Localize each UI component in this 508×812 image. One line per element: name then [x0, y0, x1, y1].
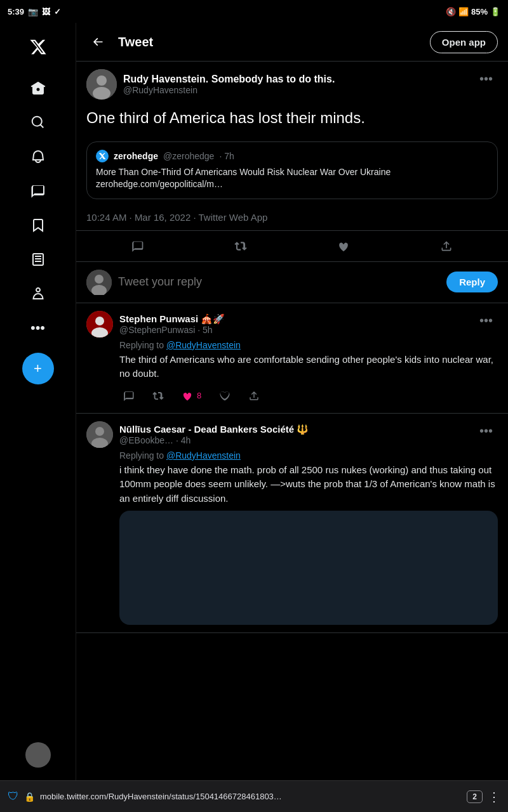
page-title: Tweet [118, 35, 153, 49]
reply-action-bar: 8 [86, 386, 498, 405]
compose-button[interactable]: + [22, 353, 54, 384]
reply-author-handle: @StephenPunwasi · 5h [119, 325, 225, 335]
reply2-more-button[interactable]: ••• [474, 421, 498, 441]
quote-time: · 7h [219, 151, 234, 161]
reply-author-name[interactable]: Stephen Punwasi 🎪🚀 [119, 313, 225, 325]
sidebar-item-messages[interactable] [22, 175, 54, 207]
sidebar-item-notifications[interactable] [22, 141, 54, 173]
reply-item: Stephen Punwasi 🎪🚀 @StephenPunwasi · 5h … [76, 303, 508, 414]
wifi-icon: 📶 [458, 7, 469, 16]
twitter-logo[interactable] [20, 29, 57, 67]
svg-point-7 [95, 317, 104, 325]
battery-level: 85% [471, 7, 488, 16]
camera-icon: 📷 [28, 7, 38, 16]
status-bar: 5:39 📷 🖼 ✓ 🔇 📶 85% 🔋 [0, 0, 508, 23]
sidebar-item-search[interactable] [22, 107, 54, 138]
reply-author-avatar[interactable] [86, 311, 113, 337]
share-button[interactable] [431, 233, 462, 259]
sidebar: ••• + [0, 23, 76, 780]
quote-avatar [96, 150, 109, 162]
sidebar-item-lists[interactable] [22, 244, 54, 275]
image-icon: 🖼 [42, 7, 50, 16]
like-button[interactable] [328, 233, 359, 259]
reply-like-button[interactable]: 8 [173, 386, 210, 405]
reply2-author-handle: @EBookbe… · 4h [119, 435, 309, 445]
reply-more-button[interactable]: ••• [474, 311, 498, 331]
mute-icon: 🔇 [446, 7, 456, 16]
quote-author-handle: @zerohedge [163, 151, 214, 161]
tweet-author-name[interactable]: Rudy Havenstein. Somebody has to do this… [123, 74, 335, 85]
retweet-button[interactable] [225, 233, 256, 259]
sidebar-item-bookmarks[interactable] [22, 209, 54, 241]
browser-url-text[interactable]: mobile.twitter.com/RudyHavenstein/status… [40, 792, 462, 801]
browser-tabs-button[interactable]: 2 [467, 790, 483, 803]
reply-submit-button[interactable]: Reply [446, 272, 498, 292]
tweet-author-avatar[interactable] [86, 69, 117, 100]
main-content: Tweet Open app Rudy Havenstein. Somebody… [76, 23, 508, 780]
like-count: 8 [197, 391, 201, 400]
reply-body: The third of Americans who are comfortab… [86, 353, 498, 381]
sidebar-item-home[interactable] [22, 72, 54, 104]
replying-to-label2: Replying to @RudyHavenstein [86, 450, 498, 461]
sidebar-item-profile[interactable] [22, 278, 54, 310]
quote-author-name: zerohedge [114, 151, 158, 161]
tweet-page-header: Tweet Open app [76, 23, 508, 62]
browser-menu-button[interactable]: ⋮ [488, 789, 500, 804]
open-app-button[interactable]: Open app [430, 31, 498, 53]
check-icon: ✓ [54, 7, 61, 16]
reply-downvote-button[interactable] [210, 386, 239, 405]
tweet-author-section: Rudy Havenstein. Somebody has to do this… [76, 62, 508, 105]
reply2-author-avatar[interactable] [86, 421, 113, 448]
replying-to-link2[interactable]: @RudyHavenstein [166, 450, 241, 461]
tweet-timestamp: 10:24 AM · Mar 16, 2022 · Twitter Web Ap… [76, 207, 508, 231]
reply-share-button[interactable] [239, 386, 269, 405]
browser-bar: 🛡 🔒 mobile.twitter.com/RudyHavenstein/st… [0, 780, 508, 812]
reply-item: Nūllīus Caesar - Dead Bankers Société 🔱 … [76, 414, 508, 634]
tweet-body: One third of America has lost their mind… [76, 105, 508, 136]
replying-to-link[interactable]: @RudyHavenstein [166, 340, 241, 350]
quote-text: More Than One-Third Of Americans Would R… [96, 166, 488, 191]
svg-point-10 [95, 427, 104, 436]
back-button[interactable] [86, 30, 109, 53]
reply2-image[interactable] [119, 511, 498, 625]
sidebar-item-more[interactable]: ••• [22, 312, 54, 344]
svg-point-2 [93, 87, 110, 100]
user-avatar[interactable] [25, 742, 51, 768]
comment-button[interactable] [123, 233, 153, 259]
replying-to-label: Replying to @RudyHavenstein [86, 340, 498, 350]
browser-shield-icon: 🛡 [8, 790, 19, 803]
svg-point-4 [95, 275, 104, 284]
battery-icon: 🔋 [490, 7, 500, 16]
reply2-author-name[interactable]: Nūllīus Caesar - Dead Bankers Société 🔱 [119, 424, 309, 435]
reply2-body: i think they have done the math. prob of… [86, 463, 498, 506]
status-time: 5:39 [8, 7, 24, 16]
tweet-more-button[interactable]: ••• [474, 69, 498, 89]
reply-retweet-button[interactable] [144, 386, 173, 405]
reply-input-section: Reply [76, 262, 508, 303]
tweet-author-handle[interactable]: @RudyHavenstein [123, 85, 335, 95]
browser-lock-icon: 🔒 [24, 792, 35, 802]
quote-tweet[interactable]: zerohedge @zerohedge · 7h More Than One-… [86, 141, 498, 199]
current-user-avatar [86, 270, 112, 295]
reply-text-input[interactable] [118, 275, 440, 289]
compose-icon: + [34, 360, 42, 377]
tweet-actions [76, 231, 508, 262]
reply-comment-button[interactable] [114, 386, 144, 405]
svg-point-1 [97, 75, 107, 86]
